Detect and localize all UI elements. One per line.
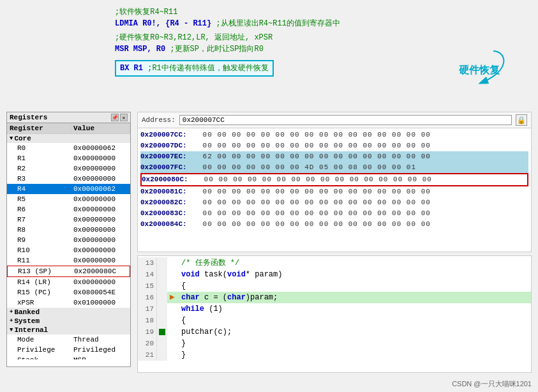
mem-addr: 0x200007DC: (140, 140, 198, 151)
code-content: { (177, 280, 531, 292)
code-text-span: { (181, 316, 186, 325)
banked-label: Banked (14, 308, 40, 316)
register-row[interactable]: R40x00000062 (7, 184, 130, 194)
mem-bytes: 00 00 00 00 00 00 00 00 00 00 00 00 00 0… (198, 208, 431, 219)
register-row[interactable]: R60x00000000 (7, 204, 130, 215)
code-text-span: } (181, 339, 186, 348)
mem-bytes: 00 00 00 00 00 00 00 4D 05 00 08 00 00 0… (198, 162, 416, 173)
lock-icon[interactable]: 🔒 (516, 114, 527, 126)
mem-addr: 0x200007FC: (140, 162, 198, 173)
arrow-indicator: ▶ (167, 292, 177, 303)
breakpoint-area[interactable] (157, 303, 167, 315)
mem-bytes: 00 00 00 00 00 00 00 00 00 00 00 00 00 0… (198, 130, 431, 140)
register-row[interactable]: R30x00000000 (7, 174, 130, 184)
col-register: Register (7, 123, 71, 133)
mem-addr: 0x2000084C: (140, 219, 198, 230)
reg-value: 0x00000000 (71, 194, 130, 204)
register-row[interactable]: R13 (SP)0x2000080C (7, 266, 130, 277)
line-number: 18 (138, 315, 157, 326)
breakpoint-area[interactable] (157, 280, 167, 292)
register-row[interactable]: R20x00000000 (7, 163, 130, 174)
mem-bytes: 00 00 00 00 00 00 00 00 00 00 00 00 00 0… (199, 174, 432, 185)
code-content: } (177, 338, 531, 349)
address-input[interactable] (179, 115, 512, 125)
code-comment-2: ;硬件恢复R0~R3,R12,LR, 返回地址, xPSR (115, 33, 273, 42)
memory-row: 0x2000082C: 00 00 00 00 00 00 00 00 00 0… (140, 197, 528, 208)
breakpoint-dot (159, 329, 165, 335)
code-line: 21} (138, 349, 531, 361)
register-row[interactable]: R100x00000000 (7, 245, 130, 255)
internal-reg-value: Thread (71, 335, 130, 345)
core-label[interactable]: ▼ Core (7, 134, 71, 143)
registers-header: Register Value (7, 123, 130, 134)
line-number: 13 (138, 257, 157, 269)
banked-section[interactable]: + Banked (7, 308, 130, 317)
memory-row: 0x200007DC: 00 00 00 00 00 00 00 00 00 0… (140, 140, 528, 151)
breakpoint-area[interactable] (157, 257, 167, 269)
reg-name: R3 (7, 174, 71, 184)
breakpoint-area[interactable] (157, 349, 167, 361)
reg-value: 0x00000000 (71, 215, 130, 225)
arrow-indicator (167, 269, 177, 280)
pin-icon[interactable]: 📌 (111, 114, 119, 121)
breakpoint-area[interactable] (157, 326, 167, 338)
line-number: 19 (138, 326, 157, 338)
close-icon[interactable]: ✕ (120, 114, 128, 121)
highlight-box: BX R1 ;R1中传递有特殊值，触发硬件恢复 (115, 60, 274, 77)
register-row[interactable]: R50x00000000 (7, 194, 130, 204)
line-number: 16 (138, 292, 157, 303)
internal-register-row[interactable]: ModeThread (7, 335, 130, 345)
code-text-span: } (181, 351, 186, 359)
reg-value: 0x00000062 (71, 184, 130, 194)
arrow-indicator (167, 326, 177, 338)
core-section-header[interactable]: ▼ Core (7, 134, 130, 143)
reg-name: R11 (7, 255, 71, 266)
system-section[interactable]: + System (7, 317, 130, 326)
reg-name: R6 (7, 204, 71, 215)
code-line: 18 { (138, 315, 531, 326)
expand-icon: ▼ (10, 135, 13, 142)
register-row[interactable]: R00x00000062 (7, 143, 130, 153)
code-content: while (1) (177, 303, 531, 315)
col-value: Value (71, 123, 130, 133)
memory-row: 0x2000081C: 00 00 00 00 00 00 00 00 00 0… (140, 186, 528, 197)
register-row[interactable]: R70x00000000 (7, 215, 130, 225)
code-comment-1: ;软件恢复R4~R11 (115, 8, 177, 17)
code-content: void task(void* param) (177, 269, 531, 280)
internal-reg-value: MSP (71, 355, 130, 359)
register-row[interactable]: xPSR0x01000000 (7, 298, 130, 308)
reg-value: 0x00000062 (71, 143, 130, 153)
register-row[interactable]: R15 (PC)0x0800054E (7, 287, 130, 298)
line-number: 14 (138, 269, 157, 280)
internal-reg-name: Mode (7, 335, 71, 345)
core-label-text: Core (14, 135, 31, 142)
breakpoint-area[interactable] (157, 292, 167, 303)
register-row[interactable]: R10x00000000 (7, 153, 130, 163)
breakpoint-area[interactable] (157, 338, 167, 349)
mem-addr: 0x200007EC: (140, 151, 198, 162)
register-row[interactable]: R90x00000000 (7, 235, 130, 245)
internal-register-row[interactable]: StackMSP (7, 355, 130, 359)
register-row[interactable]: R110x00000000 (7, 255, 130, 266)
code-text-span: putchar(c); (181, 328, 232, 336)
memory-row: 0x2000084C: 00 00 00 00 00 00 00 00 00 0… (140, 219, 528, 230)
banked-expand-icon: + (10, 309, 13, 315)
registers-title-bar: Registers 📌 ✕ (7, 112, 130, 123)
internal-expand-icon: ▼ (10, 327, 13, 333)
breakpoint-area[interactable] (157, 315, 167, 326)
line-number: 20 (138, 338, 157, 349)
code-line: 17 while (1) (138, 303, 531, 315)
reg-name: R0 (7, 143, 71, 153)
breakpoint-area[interactable] (157, 269, 167, 280)
code-content: putchar(c); (177, 326, 531, 338)
reg-value: 0x00000000 (71, 235, 130, 245)
register-row[interactable]: R80x00000000 (7, 225, 130, 235)
code-comment-span: /* 任务函数 */ (181, 259, 239, 268)
internal-section[interactable]: ▼ Internal (7, 326, 130, 335)
internal-register-row[interactable]: PrivilegePrivileged (7, 345, 130, 355)
line-number: 17 (138, 303, 157, 315)
register-row[interactable]: R14 (LR)0x00000000 (7, 277, 130, 287)
reg-value: 0x00000000 (71, 204, 130, 215)
code-line: 20 } (138, 338, 531, 349)
memory-row: 0x2000080C: 00 00 00 00 00 00 00 00 00 0… (140, 173, 528, 186)
